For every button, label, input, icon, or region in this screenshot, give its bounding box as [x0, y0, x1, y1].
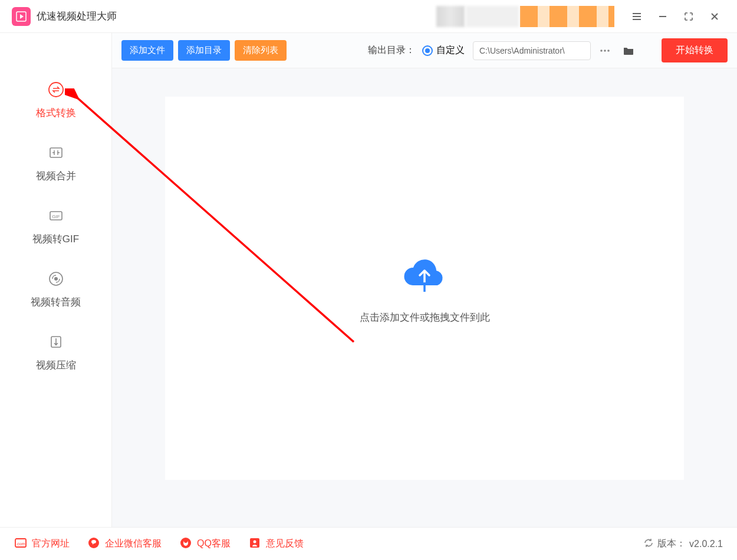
- output-path-input[interactable]: [473, 41, 591, 60]
- merge-icon: [47, 143, 65, 162]
- banner-area: [436, 6, 614, 27]
- footer-link-label: 企业微信客服: [105, 538, 162, 550]
- svg-text:GIF: GIF: [52, 214, 60, 219]
- version-prefix: 版本：: [657, 538, 686, 550]
- audio-icon: [47, 269, 65, 288]
- svg-point-7: [54, 277, 58, 281]
- clear-list-button[interactable]: 清除列表: [235, 40, 287, 61]
- svg-point-10: [604, 50, 606, 52]
- version-value: v2.0.2.1: [689, 539, 723, 549]
- svg-point-2: [49, 83, 63, 97]
- website-icon: .com: [14, 536, 27, 552]
- output-custom-label: 自定义: [436, 44, 465, 57]
- footer-wechat-support[interactable]: 企业微信客服: [87, 536, 162, 552]
- maximize-button[interactable]: [678, 6, 699, 27]
- app-title: 优速视频处理大师: [37, 9, 117, 23]
- footer-qq-support[interactable]: QQ客服: [179, 536, 231, 552]
- titlebar-left: 优速视频处理大师: [12, 7, 117, 26]
- sidebar: 格式转换 视频合并 GIF 视频转GIF 视频转音频 视频压缩: [0, 33, 112, 527]
- version-info[interactable]: 版本： v2.0.2.1: [643, 538, 723, 551]
- svg-point-20: [253, 540, 256, 543]
- svg-rect-3: [50, 148, 62, 157]
- titlebar: 优速视频处理大师: [0, 0, 737, 33]
- svg-point-18: [184, 539, 187, 543]
- sidebar-item-video-to-gif[interactable]: GIF 视频转GIF: [32, 206, 79, 246]
- dropzone-wrap: 点击添加文件或拖拽文件到此: [112, 68, 737, 527]
- footer-official-site[interactable]: .com 官方网址: [14, 536, 70, 552]
- svg-point-11: [607, 50, 610, 52]
- more-button[interactable]: [595, 41, 614, 60]
- dropzone-text: 点击添加文件或拖拽文件到此: [360, 311, 490, 324]
- svg-point-9: [600, 50, 603, 52]
- feedback-icon: [248, 536, 261, 552]
- convert-icon: [47, 80, 65, 99]
- titlebar-right: [436, 6, 725, 27]
- sidebar-item-label: 视频合并: [36, 169, 76, 183]
- browse-folder-button[interactable]: [619, 41, 638, 60]
- wechat-icon: [87, 536, 100, 552]
- banner-orange: [520, 6, 614, 27]
- footer-link-label: QQ客服: [197, 538, 231, 550]
- toolbar: 添加文件 添加目录 清除列表 输出目录： 自定义 开始转换: [112, 33, 737, 68]
- add-folder-button[interactable]: 添加目录: [178, 40, 230, 61]
- output-custom-radio[interactable]: 自定义: [422, 44, 465, 57]
- footer-link-label: 官方网址: [32, 538, 70, 550]
- svg-text:.com: .com: [16, 542, 25, 546]
- footer: .com 官方网址 企业微信客服 QQ客服 意见反馈 版本： v2.0.2.1: [0, 527, 737, 560]
- sidebar-item-label: 视频转GIF: [32, 232, 79, 246]
- refresh-icon: [643, 538, 654, 551]
- gif-icon: GIF: [47, 206, 65, 225]
- content: 添加文件 添加目录 清除列表 输出目录： 自定义 开始转换: [112, 33, 737, 527]
- sidebar-item-label: 视频转音频: [31, 295, 81, 309]
- dropzone[interactable]: 点击添加文件或拖拽文件到此: [165, 97, 684, 480]
- sidebar-item-video-merge[interactable]: 视频合并: [36, 143, 76, 183]
- sidebar-item-label: 格式转换: [36, 106, 76, 120]
- sidebar-item-video-compress[interactable]: 视频压缩: [36, 332, 76, 372]
- compress-icon: [47, 332, 65, 351]
- cloud-upload-icon: [401, 253, 448, 297]
- banner-blur-2: [466, 6, 519, 27]
- sidebar-item-label: 视频压缩: [36, 358, 76, 372]
- banner-blur-1: [436, 6, 465, 27]
- footer-feedback[interactable]: 意见反馈: [248, 536, 304, 552]
- radio-checked-icon: [422, 45, 433, 56]
- main: 格式转换 视频合并 GIF 视频转GIF 视频转音频 视频压缩: [0, 33, 737, 527]
- add-file-button[interactable]: 添加文件: [121, 40, 173, 61]
- footer-link-label: 意见反馈: [266, 538, 304, 550]
- sidebar-item-video-to-audio[interactable]: 视频转音频: [31, 269, 81, 309]
- start-convert-button[interactable]: 开始转换: [662, 38, 728, 62]
- svg-marker-1: [20, 14, 24, 19]
- qq-icon: [179, 536, 192, 552]
- minimize-button[interactable]: [652, 6, 673, 27]
- sidebar-item-format-convert[interactable]: 格式转换: [36, 80, 76, 120]
- close-button[interactable]: [704, 6, 725, 27]
- output-dir-label: 输出目录：: [368, 44, 415, 57]
- menu-button[interactable]: [626, 6, 647, 27]
- app-logo-icon: [12, 7, 31, 26]
